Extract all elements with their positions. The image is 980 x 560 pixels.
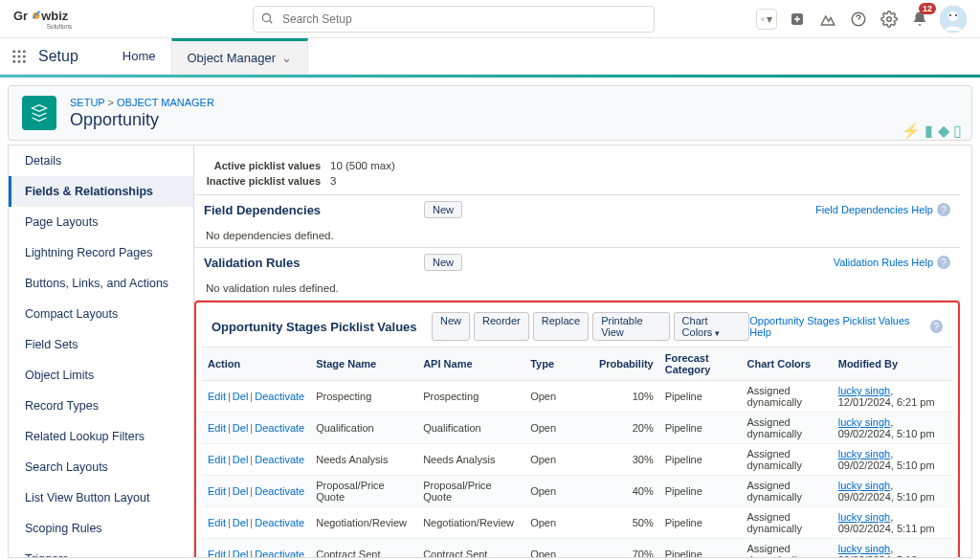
svg-line-5: [270, 20, 273, 23]
user-link[interactable]: lucky singh: [838, 480, 890, 491]
cell-api-name: Qualification: [417, 413, 524, 444]
edit-link[interactable]: Edit: [208, 549, 226, 557]
nav-tab-object-manager[interactable]: Object Manager ⌄: [171, 38, 309, 74]
favorites-button[interactable]: ▾: [756, 9, 777, 30]
nav-tab-home[interactable]: Home: [107, 38, 171, 74]
table-row: Edit|Del|DeactivateProspectingProspectin…: [202, 381, 952, 413]
sidebar-item-buttons-links-and-actions[interactable]: Buttons, Links, and Actions: [9, 268, 193, 299]
cell-chart-colors: Assigned dynamically: [741, 444, 832, 476]
del-link[interactable]: Del: [233, 549, 249, 557]
trailhead-icon[interactable]: [817, 9, 838, 30]
cell-chart-colors: Assigned dynamically: [741, 381, 832, 413]
section-title: Field Dependencies: [204, 203, 424, 217]
replace-button[interactable]: Replace: [533, 312, 589, 341]
sidebar-item-fields-relationships[interactable]: Fields & Relationships: [9, 176, 193, 207]
settings-icon[interactable]: [879, 9, 900, 30]
user-link[interactable]: lucky singh: [838, 448, 890, 459]
new-button[interactable]: New: [432, 312, 470, 341]
new-dependency-button[interactable]: New: [424, 201, 462, 218]
sidebar-item-compact-layouts[interactable]: Compact Layouts: [9, 299, 193, 329]
cell-forecast-category: Pipeline: [659, 444, 742, 476]
notification-badge: 12: [919, 3, 936, 14]
cell-api-name: Needs Analysis: [417, 444, 524, 476]
section-picklist-values: Opportunity Stages Picklist Values NewRe…: [202, 306, 952, 557]
search-input[interactable]: [253, 6, 655, 33]
deactivate-link[interactable]: Deactivate: [255, 422, 304, 434]
user-link[interactable]: lucky singh: [838, 385, 890, 396]
cell-stage-name: Qualification: [310, 413, 417, 444]
del-link[interactable]: Del: [233, 454, 249, 465]
sidebar-item-list-view-button-layout[interactable]: List View Button Layout: [9, 482, 193, 513]
header-actions: ▾ 12: [756, 6, 967, 33]
nav-tab-label: Object Manager: [188, 51, 277, 65]
cell-stage-name: Prospecting: [310, 381, 417, 413]
sidebar-item-lightning-record-pages[interactable]: Lightning Record Pages: [9, 237, 193, 268]
sidebar-item-field-sets[interactable]: Field Sets: [9, 329, 193, 360]
header-decoration: ⚡ ▮ ◆ ▯: [902, 122, 962, 140]
breadcrumb: SETUP > OBJECT MANAGER: [70, 97, 214, 108]
add-button[interactable]: [787, 9, 808, 30]
notifications-icon[interactable]: 12: [909, 9, 930, 30]
deactivate-link[interactable]: Deactivate: [255, 391, 304, 402]
sidebar-item-page-layouts[interactable]: Page Layouts: [9, 207, 193, 237]
inactive-picklist-value: 3: [330, 175, 336, 187]
page-header: SETUP > OBJECT MANAGER Opportunity ⚡ ▮ ◆…: [8, 85, 972, 141]
picklist-help-link[interactable]: Opportunity Stages Picklist Values Help?: [749, 315, 943, 338]
cell-chart-colors: Assigned dynamically: [741, 539, 832, 558]
cell-modified-by: lucky singh, 09/02/2024, 5:12 pm: [833, 539, 952, 558]
sidebar-item-details[interactable]: Details: [9, 146, 193, 176]
new-validation-button[interactable]: New: [424, 254, 462, 271]
section-validation-rules: Validation Rules New Validation Rules He…: [194, 248, 960, 301]
app-launcher-icon[interactable]: [0, 48, 38, 65]
sidebar-item-object-limits[interactable]: Object Limits: [9, 360, 193, 391]
chevron-down-icon: ⌄: [281, 51, 292, 65]
col-api-name: API Name: [417, 347, 524, 381]
svg-point-15: [18, 50, 21, 53]
deactivate-link[interactable]: Deactivate: [255, 549, 304, 557]
user-link[interactable]: lucky singh: [838, 543, 890, 554]
sidebar-item-search-layouts[interactable]: Search Layouts: [9, 452, 193, 482]
picklist-buttons: NewReorderReplacePrintable ViewChart Col…: [432, 312, 749, 341]
cell-probability: 70%: [593, 539, 659, 558]
col-stage-name: Stage Name: [310, 347, 417, 381]
timestamp: 09/02/2024, 5:11 pm: [838, 523, 935, 534]
svg-point-11: [948, 11, 958, 21]
deactivate-link[interactable]: Deactivate: [255, 454, 304, 465]
sidebar-item-related-lookup-filters[interactable]: Related Lookup Filters: [9, 421, 193, 452]
deactivate-link[interactable]: Deactivate: [255, 485, 304, 497]
chart-colors-button[interactable]: Chart Colors: [674, 312, 750, 341]
sidebar-item-scoping-rules[interactable]: Scoping Rules: [9, 513, 193, 544]
breadcrumb-root[interactable]: SETUP: [70, 97, 104, 108]
detail-scroll[interactable]: Picklist Values Used Active picklist val…: [194, 146, 971, 557]
svg-marker-6: [761, 17, 764, 20]
user-link[interactable]: lucky singh: [838, 416, 890, 428]
breadcrumb-current[interactable]: OBJECT MANAGER: [117, 97, 214, 108]
del-link[interactable]: Del: [233, 517, 249, 528]
sidebar-item-record-types[interactable]: Record Types: [9, 391, 193, 421]
printable-view-button[interactable]: Printable View: [592, 312, 669, 341]
cell-chart-colors: Assigned dynamically: [741, 413, 832, 444]
section-title: Picklist Values Used: [204, 146, 424, 146]
svg-point-18: [18, 55, 21, 57]
edit-link[interactable]: Edit: [208, 485, 226, 497]
del-link[interactable]: Del: [233, 391, 249, 402]
cell-probability: 30%: [593, 444, 659, 476]
cell-chart-colors: Assigned dynamically: [741, 507, 832, 539]
sidebar-item-triggers[interactable]: Triggers: [9, 544, 193, 558]
field-dep-help-link[interactable]: Field Dependencies Help?: [815, 203, 950, 216]
edit-link[interactable]: Edit: [208, 454, 226, 465]
del-link[interactable]: Del: [233, 485, 249, 497]
action-cell: Edit|Del|Deactivate: [202, 539, 310, 558]
del-link[interactable]: Del: [233, 422, 249, 434]
deactivate-link[interactable]: Deactivate: [255, 517, 304, 528]
help-icon[interactable]: [848, 9, 869, 30]
user-link[interactable]: lucky singh: [838, 511, 890, 523]
active-picklist-value: 10 (500 max): [330, 160, 395, 171]
edit-link[interactable]: Edit: [208, 391, 226, 402]
reorder-button[interactable]: Reorder: [474, 312, 529, 341]
edit-link[interactable]: Edit: [208, 517, 226, 528]
user-avatar[interactable]: [940, 6, 967, 33]
highlighted-section: Opportunity Stages Picklist Values NewRe…: [194, 301, 960, 557]
validation-help-link[interactable]: Validation Rules Help?: [834, 256, 950, 269]
edit-link[interactable]: Edit: [208, 422, 226, 434]
